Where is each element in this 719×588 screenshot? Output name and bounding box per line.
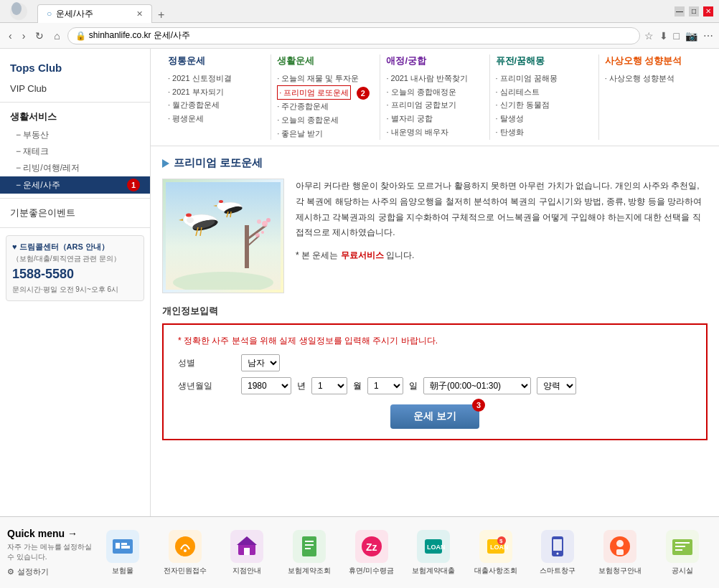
sidebar-item-fortune[interactable]: − 운세/사주 1 [0, 176, 150, 194]
back-button[interactable]: ‹ [6, 29, 15, 43]
camera-icon[interactable]: 📷 [685, 30, 697, 42]
nav-link-investment[interactable]: · 오늘의 재물 및 투자운 [277, 72, 374, 85]
main-layout: Tops Club VIP Club 생활서비스 − 부동산 − 재테크 − 리… [0, 49, 719, 516]
quick-item-civil[interactable]: 전자민원접수 [160, 530, 210, 576]
quick-item-loan-inquiry[interactable]: LOAN$ 대출사항조회 [471, 530, 521, 576]
sidebar-divider-1 [0, 102, 150, 103]
crane-illustration [166, 182, 281, 290]
gender-select[interactable]: 남자 여자 [241, 354, 280, 371]
quick-menu: Quick menu → 자주 가는 메뉴를 설정하실 수 있습니다. ⚙ 설정… [0, 516, 719, 588]
svg-rect-54 [616, 549, 624, 555]
nav-link-rich[interactable]: · 2021 부자되기 [168, 85, 265, 99]
screen-icon[interactable]: □ [674, 30, 680, 42]
sidebar-item-living[interactable]: − 리빙/여행/레저 [0, 160, 150, 176]
nav-cat-jeongtong: 정통운세 · 2021 신토정비결 · 2021 부자되기 · 월간종합운세 ·… [162, 54, 271, 140]
nav-cat-saenghwal-title: 생활운세 [277, 54, 374, 67]
address-bar[interactable]: 🔒 shinhanlife.co.kr 운세/사주 [67, 27, 640, 44]
sidebar-tops-club[interactable]: Tops Club [0, 56, 150, 80]
sidebar: Tops Club VIP Club 생활서비스 − 부동산 − 재테크 − 리… [0, 49, 151, 516]
nav-link-birthflower[interactable]: · 탄생화 [496, 125, 593, 139]
nav-cat-love-title: 애정/궁합 [386, 54, 483, 67]
quick-item-branch[interactable]: 지점안내 [222, 530, 272, 576]
maximize-button[interactable]: □ [689, 6, 699, 16]
home-button[interactable]: ⌂ [51, 29, 62, 43]
new-tab-button[interactable]: + [152, 7, 170, 23]
birth-month-select[interactable]: 1 [311, 377, 347, 394]
bookmark-icon[interactable]: ☆ [644, 30, 654, 42]
nav-link-sintojeong[interactable]: · 2021 신토정비결 [168, 72, 265, 85]
active-tab[interactable]: ○ 운세/사주 ✕ [37, 4, 152, 23]
year-unit: 년 [297, 380, 306, 392]
contract-inquiry-icon [293, 530, 326, 563]
nav-link-lotto[interactable]: · 프리미엄 로또운세 [277, 85, 351, 100]
download-icon[interactable]: ⬇ [659, 30, 668, 42]
sidebar-event[interactable]: 기분좋은이벤트 [0, 203, 150, 223]
tab-close-button[interactable]: ✕ [136, 9, 143, 19]
quick-item-loan[interactable]: LOAN 보험계약대출 [408, 530, 459, 576]
birth-label: 생년월일 [178, 380, 235, 392]
birth-year-select[interactable]: 1980 [241, 377, 291, 394]
svg-rect-56 [675, 542, 690, 544]
nav-cat-saenghwal: 생활운세 · 오늘의 재물 및 투자운 · 프리미엄 로또운세 2 · 주간종합… [271, 54, 380, 140]
svg-rect-30 [121, 546, 130, 549]
nav-link-lifetime[interactable]: · 평생운세 [168, 112, 265, 125]
svg-point-53 [616, 540, 624, 547]
quick-item-contract-inquiry[interactable]: 보험계약조회 [284, 530, 334, 576]
nav-link-psych[interactable]: · 심리테스트 [496, 85, 593, 99]
quick-menu-sub: 자주 가는 메뉴를 설정하실 수 있습니다. [7, 542, 93, 562]
nav-link-talsaeng[interactable]: · 탈생성 [496, 112, 593, 125]
free-service-notice: * 본 운세는 무료서비스 입니다. [296, 248, 708, 264]
quick-item-smart[interactable]: 스마트창구 [532, 530, 583, 576]
quick-item-public[interactable]: 공시실 [657, 530, 708, 576]
nav-link-soulmate[interactable]: · 2021 내사람 반쪽찾기 [386, 72, 483, 85]
nav-cat-dream-title: 퓨전/꿈해몽 [496, 54, 593, 67]
step1-badge: 1 [127, 179, 140, 191]
birth-time-select[interactable]: 朝子(00:00~01:30) [423, 377, 531, 394]
quick-item-insurance-mall[interactable]: 보험몰 [98, 530, 148, 576]
settings-label: 설정하기 [17, 566, 49, 577]
quick-item-claim[interactable]: 보험청구안내 [595, 530, 645, 576]
phone-title: ♥ 드림콜센터（ARS 안내） [12, 242, 138, 252]
svg-marker-35 [237, 536, 257, 545]
svg-rect-58 [675, 549, 682, 551]
nav-link-today[interactable]: · 오늘의 종합운세 [277, 113, 374, 127]
nav-link-destiny[interactable]: · 내운명의 배우자 [386, 125, 483, 139]
svg-point-51 [557, 552, 559, 554]
birth-day-select[interactable]: 1 [367, 377, 403, 394]
sidebar-vip-club[interactable]: VIP Club [0, 80, 150, 98]
nav-link-animal[interactable]: · 신기한 동물점 [496, 98, 593, 112]
close-button[interactable]: ✕ [703, 6, 713, 16]
quick-icons-area: 보험몰 전자민원접수 지점안내 보험계약조회 Zz 휴면/미수령금 [93, 530, 712, 576]
nav-link-compatibility[interactable]: · 프리미엄 궁합보기 [386, 98, 483, 112]
minimize-button[interactable]: — [675, 6, 685, 16]
quick-item-dormant[interactable]: Zz 휴면/미수령금 [347, 530, 397, 576]
quick-settings-button[interactable]: ⚙ 설정하기 [7, 566, 93, 577]
nav-link-sasang[interactable]: · 사상오행 성향분석 [605, 72, 702, 85]
nav-link-lovedaily[interactable]: · 오늘의 종합애정운 [386, 85, 483, 99]
svg-rect-37 [302, 536, 316, 556]
refresh-button[interactable]: ↻ [32, 29, 47, 43]
submit-button[interactable]: 운세 보기 3 [390, 404, 479, 429]
calendar-type-select[interactable]: 양력 음력 [537, 377, 576, 394]
sidebar-item-finance[interactable]: − 재테크 [0, 143, 150, 160]
quick-label-branch: 지점안내 [232, 566, 261, 576]
settings-icon[interactable]: ⋯ [703, 30, 713, 42]
nav-link-weekly[interactable]: · 주간종합운세 [277, 100, 374, 113]
step3-badge: 3 [472, 399, 485, 412]
tab-title: 운세/사주 [56, 8, 93, 20]
nav-link-dream[interactable]: · 프리미엄 꿈해몽 [496, 72, 593, 85]
nav-cat-sasang-title: 사상오행 성향분석 [605, 54, 702, 67]
browser-logo-icon [9, 1, 29, 22]
section-arrow-icon [162, 159, 169, 168]
browser-tab-area: ○ 운세/사주 ✕ + [37, 0, 669, 23]
nav-link-monthly[interactable]: · 월간종합운세 [168, 98, 265, 112]
browser-titlebar: ○ 운세/사주 ✕ + — □ ✕ [0, 0, 719, 23]
svg-line-27 [230, 212, 231, 217]
lock-icon: 🔒 [75, 31, 86, 41]
quick-menu-title: Quick menu → [7, 528, 93, 539]
sidebar-item-realestate[interactable]: − 부동산 [0, 127, 150, 143]
forward-button[interactable]: › [19, 29, 29, 43]
content-box: 아무리 커다란 행운이 찾아와도 모르거나 활용하지 못하면 아무런 가치가 없… [162, 179, 708, 293]
nav-link-goodday[interactable]: · 좋은날 받기 [277, 127, 374, 141]
nav-link-zodiac[interactable]: · 별자리 궁합 [386, 112, 483, 125]
